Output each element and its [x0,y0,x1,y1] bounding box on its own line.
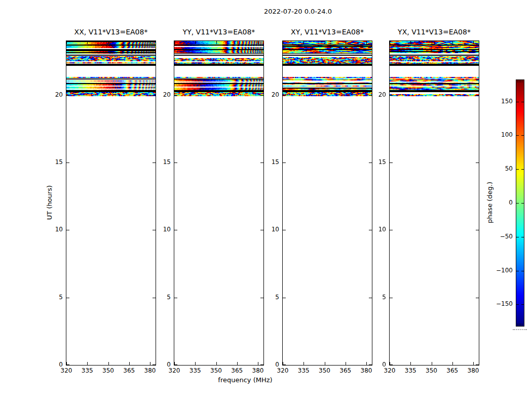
phase-waterfall-figure: 2022-07-20 0.0-24.0 XX, V11*V13=EA08*320… [0,0,532,405]
y-tick-label: 10 [156,226,171,233]
x-tick-label: 320 [384,367,396,374]
x-tick-label: 365 [231,367,243,374]
colorbar-bottom-dotted-line [513,329,527,330]
heatmap-canvas-yy [174,41,263,365]
y-tick-label: 20 [48,91,63,98]
colorbar-label: phase (deg.) [486,182,493,223]
x-axis-label: frequency (MHz) [218,376,272,384]
y-tick-label: 5 [156,294,171,301]
y-tick-label: 20 [264,91,279,98]
x-tick-label: 365 [339,367,351,374]
x-tick-label: 365 [446,367,458,374]
y-tick-label: 20 [156,91,171,98]
heatmap-canvas-yx [390,41,479,365]
y-tick-label: 0 [48,361,63,368]
panel-title-yx: YX, V11*V13=EA08* [398,28,471,36]
y-tick-label: 15 [156,158,171,166]
y-tick-label: 15 [371,158,386,166]
colorbar-tick-label: −50 [492,233,513,240]
x-tick-label: 335 [189,367,201,374]
colorbar-tick-label: 0 [492,199,513,206]
y-tick-label: 0 [264,361,279,368]
x-tick-label: 335 [298,367,310,374]
colorbar-tick-label: 100 [492,131,513,138]
axes-panel-xy [282,40,372,366]
y-tick-label: 20 [371,91,386,98]
x-tick-label: 380 [252,367,264,374]
x-tick-label: 350 [319,367,330,374]
x-tick-label: 380 [144,367,156,374]
x-tick-label: 380 [361,367,372,374]
y-tick-label: 15 [264,158,279,166]
y-tick-label: 10 [48,226,63,233]
heatmap-canvas-xy [283,41,372,365]
axes-panel-yx [389,40,479,366]
colorbar-tick-label: 150 [492,98,513,105]
x-tick-label: 335 [405,367,416,374]
x-tick-label: 350 [426,367,437,374]
x-tick-label: 335 [82,367,93,374]
x-tick-label: 350 [210,367,222,374]
x-tick-label: 320 [61,367,72,374]
y-tick-label: 5 [48,294,63,301]
figure-title: 2022-07-20 0.0-24.0 [264,8,332,15]
colorbar-tick-label: −150 [492,300,513,307]
y-tick-label: 5 [371,294,386,301]
y-axis-label: UT (hours) [46,185,53,220]
colorbar-gradient [516,80,524,326]
axes-panel-xx [66,40,156,366]
colorbar-tick-label: 50 [492,165,513,172]
panel-title-yy: YY, V11*V13=EA08* [183,28,255,36]
x-tick-label: 365 [123,367,135,374]
colorbar-tick-label: −100 [492,267,513,274]
y-tick-label: 0 [156,361,171,368]
x-tick-label: 320 [169,367,180,374]
y-tick-label: 5 [264,294,279,301]
y-tick-label: 0 [371,361,386,368]
y-tick-label: 15 [48,158,63,166]
y-tick-label: 10 [264,226,279,233]
y-tick-label: 10 [371,226,386,233]
x-tick-label: 380 [468,367,479,374]
colorbar [516,79,524,327]
heatmap-canvas-xx [66,41,156,365]
x-tick-label: 320 [277,367,289,374]
x-tick-label: 350 [102,367,114,374]
axes-panel-yy [174,40,264,366]
panel-title-xy: XY, V11*V13=EA08* [291,28,364,36]
panel-title-xx: XX, V11*V13=EA08* [74,28,148,36]
